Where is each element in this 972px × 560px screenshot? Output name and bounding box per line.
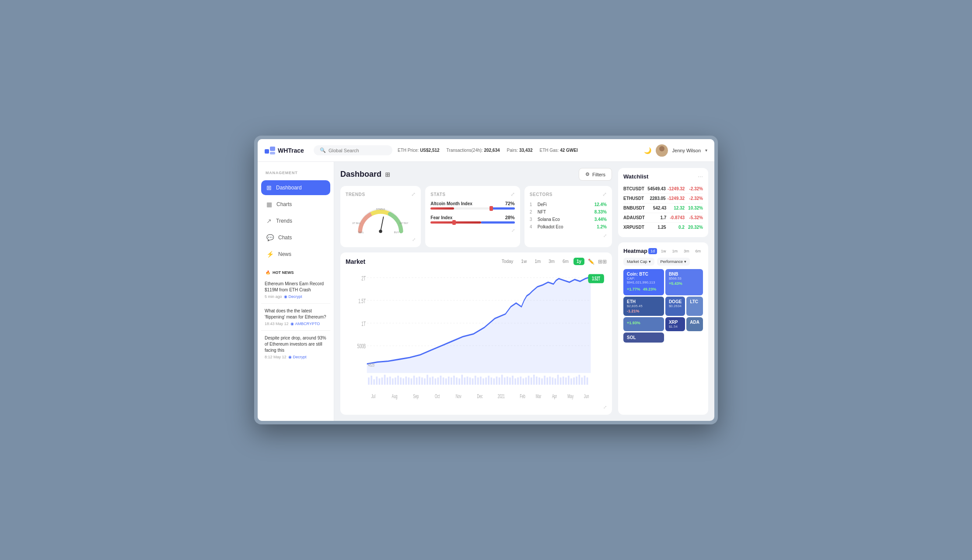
search-input[interactable] bbox=[329, 148, 381, 153]
market-expand-icon[interactable]: ⤢ bbox=[346, 405, 607, 410]
sidebar-item-news[interactable]: ⚡ News bbox=[261, 247, 330, 262]
svg-text:EXT SELL: EXT SELL bbox=[352, 222, 361, 224]
tab-6m[interactable]: 6m bbox=[559, 258, 572, 265]
sector-num-1: 1 bbox=[530, 202, 535, 207]
svg-rect-44 bbox=[432, 377, 434, 385]
svg-rect-59 bbox=[472, 378, 474, 385]
news-item-1[interactable]: Ethereum Miners Earn Record $119M from E… bbox=[261, 278, 330, 301]
svg-point-3 bbox=[659, 146, 664, 151]
header: WHTrace 🔍 ETH Price: US$2,512 Transactio… bbox=[258, 139, 714, 162]
svg-rect-37 bbox=[413, 376, 415, 385]
filters-button[interactable]: ⚙ Filters bbox=[579, 168, 612, 181]
svg-rect-56 bbox=[464, 378, 465, 385]
search-bar[interactable]: 🔍 bbox=[314, 145, 392, 155]
stats-expand-icon[interactable]: ⤢ bbox=[510, 191, 515, 197]
svg-rect-23 bbox=[376, 377, 378, 385]
market-cap-select[interactable]: Market Cap ▾ bbox=[623, 258, 654, 266]
trends-card: TRENDS ⤢ bbox=[340, 186, 421, 247]
hm-cell-ltc[interactable]: LTC bbox=[686, 297, 703, 316]
sector-num-3: 3 bbox=[530, 217, 535, 222]
stats-card: STATS ⤢ Altcoin Month Index 72% bbox=[425, 186, 520, 247]
tab-1y[interactable]: 1y bbox=[573, 258, 584, 265]
dashboard-icon: ⊞ bbox=[266, 184, 272, 191]
svg-rect-57 bbox=[467, 377, 469, 385]
sidebar-item-trends[interactable]: ↗ Trends bbox=[261, 214, 330, 228]
sidebar-item-charts[interactable]: ▦ Charts bbox=[261, 197, 330, 212]
svg-rect-82 bbox=[533, 375, 535, 385]
watchlist-title: Watchlist bbox=[623, 173, 648, 180]
hm-cell-sol[interactable]: SOL bbox=[623, 332, 664, 343]
sidebar-item-chats[interactable]: 💬 Chats bbox=[261, 230, 330, 245]
performance-select[interactable]: Performance ▾ bbox=[657, 258, 690, 266]
tab-today[interactable]: Today bbox=[499, 258, 517, 265]
sectors-card: SECTORS ⤢ 1 DeFi 12.4% 2 NFT bbox=[524, 186, 612, 247]
tab-1w[interactable]: 1w bbox=[518, 258, 530, 265]
svg-rect-97 bbox=[573, 378, 575, 385]
sector-row-2: 2 NFT 8.33% bbox=[530, 208, 607, 216]
hm-tab-1d[interactable]: 1d bbox=[648, 248, 657, 254]
tab-3m[interactable]: 3m bbox=[545, 258, 558, 265]
hm-cell-xrp[interactable]: XRP $1.54 bbox=[665, 317, 685, 331]
tab-1m[interactable]: 1m bbox=[531, 258, 544, 265]
altcoin-progress-blue bbox=[491, 207, 515, 210]
fear-stat-row: Fear Index 28% bbox=[430, 215, 514, 224]
theme-toggle-icon[interactable]: 🌙 bbox=[644, 147, 651, 154]
wl-change-5: 0.2 bbox=[668, 225, 685, 230]
sectors-expand-icon[interactable]: ⤢ bbox=[602, 191, 607, 197]
news-item-3[interactable]: Despite price drop, around 93% of Ethere… bbox=[261, 332, 330, 362]
svg-rect-42 bbox=[427, 375, 428, 385]
svg-rect-101 bbox=[584, 376, 586, 385]
sector-pct-1: 12.4% bbox=[594, 202, 607, 207]
news-item-2[interactable]: What does the the latest 'flippening' me… bbox=[261, 305, 330, 329]
heatmap-card: Heatmap 1d 1w 1m 3m 6m Market Cap ▾ bbox=[618, 242, 708, 415]
chats-icon: 💬 bbox=[266, 234, 274, 241]
app-window: WHTrace 🔍 ETH Price: US$2,512 Transactio… bbox=[258, 139, 714, 421]
hm-tab-6m[interactable]: 6m bbox=[693, 248, 703, 254]
trends-expand-icon-bottom[interactable]: ⤢ bbox=[346, 237, 416, 242]
wl-row-1[interactable]: BTCUSDT 54549.43 -1249.32 -2.32% bbox=[623, 184, 703, 194]
trends-card-header: TRENDS ⤢ bbox=[346, 191, 416, 197]
svg-rect-75 bbox=[514, 378, 516, 385]
news-title-1: Ethereum Miners Earn Record $119M from E… bbox=[265, 281, 327, 293]
svg-rect-65 bbox=[488, 376, 489, 385]
svg-rect-63 bbox=[483, 378, 484, 385]
wl-name-3: BNBUSDT bbox=[623, 206, 645, 210]
wl-row-3[interactable]: BNBUSDT 542.43 12.32 10.32% bbox=[623, 203, 703, 213]
chart-settings-icon[interactable]: ⊞⊞ bbox=[598, 259, 607, 265]
hm-cell-doge[interactable]: DOGE $0.2634 bbox=[665, 297, 685, 316]
svg-rect-71 bbox=[504, 378, 506, 385]
svg-rect-55 bbox=[461, 375, 463, 385]
svg-rect-28 bbox=[389, 377, 391, 385]
sidebar-item-dashboard[interactable]: ⊞ Dashboard bbox=[261, 180, 330, 195]
watchlist-more-icon[interactable]: ⋯ bbox=[698, 174, 703, 180]
trends-expand-icon[interactable]: ⤢ bbox=[411, 191, 416, 197]
svg-line-5 bbox=[381, 217, 384, 231]
user-dropdown-icon[interactable]: ▾ bbox=[705, 148, 707, 153]
svg-rect-43 bbox=[429, 378, 431, 385]
hm-cell-btc[interactable]: Coin: BTC CAP: $941,021,990,113 +1.77% 4… bbox=[623, 269, 664, 295]
transactions-stat: Transactions(24h): 202,634 bbox=[447, 148, 500, 153]
svg-rect-1 bbox=[270, 147, 275, 151]
sidebar-section-label: MANAGEMENT bbox=[261, 169, 330, 178]
chart-draw-icon[interactable]: ✏️ bbox=[588, 259, 594, 265]
stats-expand-icon-bottom[interactable]: ⤢ bbox=[430, 228, 514, 233]
hm-cell-ada[interactable]: ADA bbox=[686, 317, 703, 331]
hm-tab-1m[interactable]: 1m bbox=[670, 248, 680, 254]
sectors-expand-icon-bottom[interactable]: ⤢ bbox=[530, 233, 607, 238]
market-title: Market bbox=[346, 258, 365, 265]
news-source-2: ◉ AMBCRYPTO bbox=[290, 322, 320, 326]
wl-row-4[interactable]: ADAUSDT 1.7 -0.8743 -5.32% bbox=[623, 213, 703, 223]
wl-row-2[interactable]: ETHUSDT 2283.05 -1249.32 -2.32% bbox=[623, 194, 703, 203]
hm-cell-bnb[interactable]: BNB $566.53 +5.43% bbox=[665, 269, 703, 295]
hm-cell-eth[interactable]: ETH $2,835.45 -1.21% bbox=[623, 297, 664, 316]
altcoin-value: 72% bbox=[505, 201, 515, 206]
hm-tab-1w[interactable]: 1w bbox=[659, 248, 668, 254]
wl-price-5: 1.25 bbox=[646, 225, 666, 230]
wl-row-5[interactable]: XRPUSDT 1.25 0.2 20.32% bbox=[623, 223, 703, 232]
svg-rect-20 bbox=[368, 378, 370, 385]
decrypt2-icon: ◉ bbox=[288, 355, 292, 359]
news-meta-2: 18:43 May 12 ◉ AMBCRYPTO bbox=[265, 322, 327, 326]
svg-rect-61 bbox=[477, 378, 479, 385]
hm-cell-eth2[interactable]: +1.93% bbox=[623, 317, 664, 331]
hm-tab-3m[interactable]: 3m bbox=[682, 248, 692, 254]
